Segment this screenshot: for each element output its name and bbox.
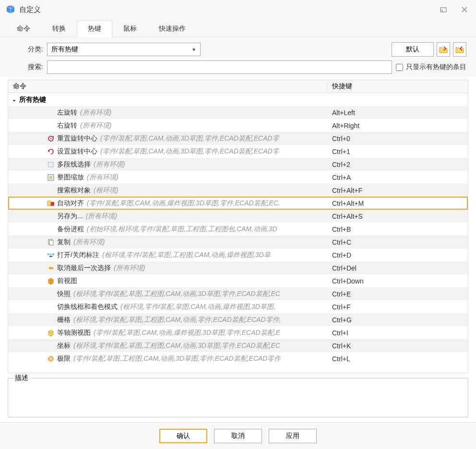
table-row[interactable]: 多段线选择(所有环境)Ctrl+2 xyxy=(8,158,468,171)
blank-icon xyxy=(47,121,55,130)
tab-0[interactable]: 命令 xyxy=(6,20,41,37)
row-name: 等轴测视图 xyxy=(57,329,91,337)
row-shortcut: Ctrl+B xyxy=(327,225,468,233)
row-shortcut: Ctrl+2 xyxy=(327,161,468,168)
row-context: (所有环境) xyxy=(86,212,117,221)
table-row[interactable]: 整图缩放(所有环境)Ctrl+A xyxy=(8,171,468,184)
row-name: 另存为... xyxy=(57,212,83,221)
table-row[interactable]: 切换线框和着色模式(根环境,零件/装配,草图,CAM,动画,爆炸视图,3D草图,… xyxy=(8,300,468,313)
footer: 确认 取消 应用 xyxy=(0,422,476,449)
default-button[interactable]: 默认 xyxy=(392,42,434,57)
row-shortcut: Ctrl+A xyxy=(327,174,468,181)
table-row[interactable]: 搜索根对象(根环境)Ctrl+Alt+F xyxy=(8,184,468,197)
svg-rect-9 xyxy=(49,240,53,245)
row-name: 复制 xyxy=(57,238,71,247)
row-shortcut: Ctrl+Alt+S xyxy=(327,213,468,220)
row-name: 快照 xyxy=(57,290,71,298)
svg-rect-10 xyxy=(49,256,52,257)
export-button[interactable] xyxy=(453,42,466,57)
column-shortcut[interactable]: 快捷键 xyxy=(327,82,457,91)
table-row[interactable]: 等轴测视图(零件/装配,草图,CAM,动画,爆炸视图,3D草图,零件,ECAD装… xyxy=(8,326,468,339)
row-context: (所有环境) xyxy=(87,173,118,182)
apply-button[interactable]: 应用 xyxy=(269,429,317,443)
svg-rect-3 xyxy=(48,162,53,167)
hotkey-table: 命令 快捷键 ⌄ 所有热键 左旋转(所有环境)Alt+Left右旋转(所有环境)… xyxy=(8,80,468,373)
row-shortcut: Ctrl+1 xyxy=(327,148,468,155)
row-name: 备份进程 xyxy=(57,225,84,234)
row-shortcut: Ctrl+Del xyxy=(327,264,468,272)
table-row[interactable]: 自动对齐(零件/装配,草图,CAM,动画,爆炸视图,3D草图,零件,ECAD装配… xyxy=(8,197,468,210)
column-command[interactable]: 命令 xyxy=(8,82,327,91)
row-name: 搜索根对象 xyxy=(57,186,91,195)
table-row[interactable]: 设置旋转中心(零件/装配,草图,CAM,动画,3D草图,零件,ECAD装配,EC… xyxy=(8,145,468,158)
row-shortcut: Ctrl+G xyxy=(327,316,468,324)
row-context: (所有环境) xyxy=(73,238,105,247)
chevron-down-icon: ⌄ xyxy=(12,96,16,103)
table-row[interactable]: 重置旋转中心(零件/装配,草图,CAM,动画,3D草图,零件,ECAD装配,EC… xyxy=(8,132,468,145)
dropdown-arrow-icon: ▼ xyxy=(191,47,196,52)
row-context: (根环境,零件/装配,草图,工程图,CAM,动画,3D草图,零件,ECAD装配,… xyxy=(73,342,280,350)
category-select[interactable]: 所有热键 ▼ xyxy=(47,43,201,56)
row-name: 取消最后一次选择 xyxy=(57,264,111,272)
blank-icon xyxy=(47,303,55,311)
table-row[interactable]: 前视图Ctrl+Down xyxy=(8,274,468,287)
ok-button[interactable]: 确认 xyxy=(159,429,207,443)
table-row[interactable]: 栅格(根环境,零件/装配,草图,工程图,CAM,动画,零件,ECAD装配,ECA… xyxy=(8,313,468,326)
import-button[interactable] xyxy=(437,42,450,57)
row-context: (根环境) xyxy=(94,186,118,195)
row-name: 整图缩放 xyxy=(57,173,84,182)
table-row[interactable]: 快照(根环境,零件/装配,草图,工程图,CAM,动画,3D草图,零件,ECAD装… xyxy=(8,287,468,300)
tab-2[interactable]: 热键 xyxy=(77,20,112,37)
row-name: 设置旋转中心 xyxy=(57,147,97,156)
tabbar: 命令转换热键鼠标快速操作 xyxy=(0,19,476,37)
cancel-button[interactable]: 取消 xyxy=(214,429,262,443)
table-row[interactable]: 取消最后一次选择(所有环境)Ctrl+Del xyxy=(8,261,468,274)
search-input[interactable] xyxy=(47,60,392,74)
undo-sel-icon xyxy=(47,264,55,272)
category-value: 所有热键 xyxy=(51,45,78,54)
svg-point-2 xyxy=(50,138,52,139)
toolbar: 分类: 所有热键 ▼ 默认 搜索: 只显示有热键的条目 xyxy=(0,37,476,77)
description-section: 描述 xyxy=(8,378,468,417)
annotation-icon xyxy=(47,251,55,260)
svg-rect-7 xyxy=(51,202,54,206)
reset-rotate-icon xyxy=(47,134,55,143)
row-shortcut: Ctrl+Alt+F xyxy=(327,187,468,194)
table-row[interactable]: 坐标(根环境,零件/装配,草图,工程图,CAM,动画,3D草图,零件,ECAD装… xyxy=(8,339,468,352)
row-context: (所有环境) xyxy=(94,160,125,169)
row-name: 坐标 xyxy=(57,342,71,350)
table-body[interactable]: ⌄ 所有热键 左旋转(所有环境)Alt+Left右旋转(所有环境)Alt+Rig… xyxy=(8,93,468,373)
row-context: (所有环境) xyxy=(114,264,145,272)
blank-icon xyxy=(47,342,55,350)
table-row[interactable]: 极限(零件/装配,草图,工程图,CAM,动画,3D草图,零件,ECAD装配,EC… xyxy=(8,352,468,365)
show-only-checkbox-input[interactable] xyxy=(396,64,403,71)
minimize-button[interactable] xyxy=(438,4,449,15)
row-name: 右旋转 xyxy=(57,121,77,130)
row-name: 切换线框和着色模式 xyxy=(57,303,118,311)
limit-icon xyxy=(47,354,55,363)
tab-4[interactable]: 快速操作 xyxy=(148,20,197,37)
blank-icon xyxy=(47,225,55,234)
tab-3[interactable]: 鼠标 xyxy=(112,20,148,37)
table-header: 命令 快捷键 xyxy=(8,80,468,93)
table-row[interactable]: 复制(所有环境)Ctrl+C xyxy=(8,236,468,248)
search-label: 搜索: xyxy=(10,63,43,71)
set-rotate-icon xyxy=(47,147,55,156)
row-shortcut: Ctrl+Down xyxy=(327,277,468,285)
close-button[interactable] xyxy=(459,4,470,15)
group-row[interactable]: ⌄ 所有热键 xyxy=(8,93,468,106)
table-row[interactable]: 打开/关闭标注(根环境,零件/装配,草图,工程图,CAM,动画,爆炸视图,3D草… xyxy=(8,248,468,261)
svg-point-11 xyxy=(48,356,53,361)
table-row[interactable]: 另存为...(所有环境)Ctrl+Alt+S xyxy=(8,210,468,223)
polyline-icon xyxy=(47,160,55,169)
tab-1[interactable]: 转换 xyxy=(41,20,77,37)
window-title: 自定义 xyxy=(19,5,428,14)
table-row[interactable]: 备份进程(初始环境,根环境,零件/装配,草图,工程图,工程图包,CAM,动画,3… xyxy=(8,223,468,236)
table-row[interactable]: 右旋转(所有环境)Alt+Right xyxy=(8,119,468,132)
show-only-hotkeys-checkbox[interactable]: 只显示有热键的条目 xyxy=(396,63,466,71)
row-shortcut: Ctrl+L xyxy=(327,355,468,363)
table-row[interactable]: 左旋转(所有环境)Alt+Left xyxy=(8,106,468,119)
row-context: (初始环境,根环境,零件/装配,草图,工程图,工程图包,CAM,动画,3D xyxy=(87,225,277,234)
row-context: (根环境,零件/装配,草图,工程图,CAM,动画,零件,ECAD装配,ECAD零… xyxy=(73,316,281,324)
row-shortcut: Alt+Left xyxy=(327,109,468,117)
